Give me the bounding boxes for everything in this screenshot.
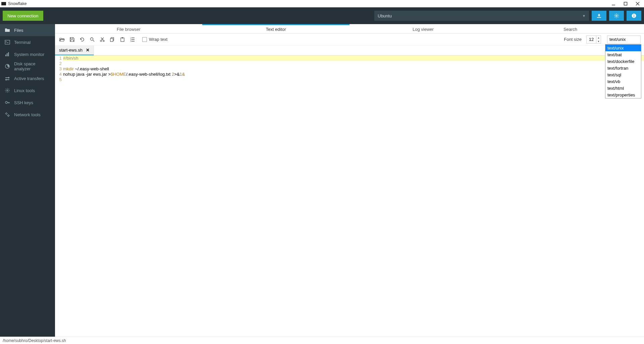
svg-point-13 bbox=[7, 90, 8, 91]
syntax-option[interactable]: text/dockerfile bbox=[605, 58, 641, 65]
titlebar: Snowflake bbox=[0, 0, 644, 7]
sidebar-item-label: Files bbox=[14, 28, 23, 33]
svg-rect-11 bbox=[8, 52, 9, 56]
checkbox-icon bbox=[142, 37, 147, 42]
tab-log-viewer[interactable]: Log viewer bbox=[350, 24, 497, 33]
line-number: 4 bbox=[55, 72, 62, 77]
svg-rect-1 bbox=[624, 2, 627, 5]
terminal-icon bbox=[5, 40, 10, 45]
code-line[interactable] bbox=[63, 61, 644, 66]
svg-rect-23 bbox=[121, 38, 124, 42]
maximize-button[interactable] bbox=[623, 1, 628, 6]
sidebar-item-label: Network tools bbox=[14, 112, 41, 117]
spinner-up-icon[interactable]: ▲ bbox=[596, 36, 601, 40]
code-line[interactable]: nohup java -jar ews.jar >$HOME/.easy-web… bbox=[63, 72, 644, 77]
line-number: 1 bbox=[55, 56, 62, 61]
sidebar-item-label: Active transfers bbox=[14, 76, 44, 81]
syntax-dropdown[interactable]: text/unixtext/battext/dockerfiletext/for… bbox=[605, 44, 641, 98]
svg-rect-22 bbox=[110, 39, 113, 42]
chevron-down-icon: ▼ bbox=[582, 14, 586, 18]
cut-button[interactable] bbox=[99, 36, 106, 43]
file-tab[interactable]: start-ews.sh ✕ bbox=[55, 45, 94, 55]
font-size-value: 12 bbox=[587, 37, 596, 42]
maximize-icon bbox=[624, 2, 628, 6]
settings-button[interactable] bbox=[609, 11, 624, 21]
sidebar: Files Terminal System monitor Disk space… bbox=[0, 24, 55, 337]
svg-point-19 bbox=[100, 40, 102, 42]
line-number: 2 bbox=[55, 61, 62, 66]
svg-point-4 bbox=[616, 15, 617, 16]
find-button[interactable] bbox=[89, 36, 96, 43]
syntax-option[interactable]: text/html bbox=[605, 85, 641, 91]
tab-search[interactable]: Search bbox=[497, 24, 644, 33]
header: New connection Ubuntu ▼ bbox=[0, 7, 644, 24]
syntax-option[interactable]: text/vb bbox=[605, 78, 641, 85]
close-icon bbox=[636, 2, 640, 6]
cut-icon bbox=[100, 37, 105, 42]
paste-icon bbox=[120, 37, 125, 42]
transfer-icon bbox=[5, 76, 10, 81]
sidebar-item-system-monitor[interactable]: System monitor bbox=[0, 48, 55, 60]
reload-button[interactable] bbox=[78, 36, 86, 43]
svg-rect-9 bbox=[5, 55, 6, 56]
copy-button[interactable] bbox=[109, 36, 116, 43]
syntax-option[interactable]: text/properties bbox=[605, 91, 641, 98]
upload-button[interactable] bbox=[592, 11, 606, 21]
svg-point-14 bbox=[5, 101, 7, 104]
syntax-option[interactable]: text/unix bbox=[605, 45, 641, 51]
svg-point-15 bbox=[6, 113, 7, 114]
syntax-select[interactable]: text/unix bbox=[607, 36, 641, 44]
copy-icon bbox=[110, 37, 115, 42]
code-line[interactable] bbox=[63, 77, 644, 82]
sidebar-item-terminal[interactable]: Terminal bbox=[0, 36, 55, 48]
key-icon bbox=[5, 100, 10, 105]
app-title: Snowflake bbox=[8, 1, 611, 6]
pie-chart-icon bbox=[5, 64, 10, 69]
syntax-select-value: text/unix bbox=[609, 37, 626, 42]
spinner-down-icon[interactable]: ▼ bbox=[596, 40, 601, 43]
syntax-option[interactable]: text/bat bbox=[605, 51, 641, 58]
app-icon bbox=[1, 2, 6, 5]
svg-rect-7 bbox=[634, 15, 634, 17]
sidebar-item-linux-tools[interactable]: Linux tools bbox=[0, 84, 55, 96]
syntax-option[interactable]: text/fortran bbox=[605, 65, 641, 71]
font-size-spinner[interactable]: 12 ▲ ▼ bbox=[586, 36, 601, 44]
gear-icon bbox=[614, 13, 619, 18]
sidebar-item-active-transfers[interactable]: Active transfers bbox=[0, 72, 55, 84]
main: Files Terminal System monitor Disk space… bbox=[0, 24, 644, 337]
code-line[interactable]: mkdir ~/.easy-web-shell bbox=[63, 66, 644, 72]
save-icon bbox=[69, 37, 75, 42]
save-button[interactable] bbox=[68, 36, 76, 43]
code-line[interactable]: #/bin/sh bbox=[63, 56, 644, 61]
editor-toolbar: 123 Wrap text Font size 12 ▲ ▼ text/unix bbox=[55, 33, 644, 46]
folder-icon bbox=[5, 27, 10, 33]
sidebar-item-network-tools[interactable]: Network tools bbox=[0, 109, 55, 121]
connection-select[interactable]: Ubuntu ▼ bbox=[374, 11, 589, 21]
wrap-text-checkbox[interactable]: Wrap text bbox=[142, 37, 167, 42]
sidebar-item-files[interactable]: Files bbox=[0, 24, 55, 36]
editor[interactable]: 12345 #/bin/shmkdir ~/.easy-web-shellnoh… bbox=[55, 56, 644, 337]
svg-rect-24 bbox=[122, 37, 123, 38]
tab-file-browser[interactable]: File browser bbox=[55, 24, 202, 33]
paste-button[interactable] bbox=[119, 36, 126, 43]
info-button[interactable] bbox=[627, 11, 641, 21]
status-bar: /home/subhro/Desktop/start-ews.sh bbox=[0, 337, 644, 344]
syntax-option[interactable]: text/sql bbox=[605, 71, 641, 78]
open-button[interactable] bbox=[58, 36, 66, 43]
list-icon: 123 bbox=[130, 37, 135, 42]
tab-text-editor[interactable]: Text editor bbox=[202, 24, 350, 33]
close-button[interactable] bbox=[635, 1, 640, 6]
sidebar-item-label: System monitor bbox=[14, 52, 44, 57]
file-tab-close-icon[interactable]: ✕ bbox=[86, 48, 90, 53]
svg-point-20 bbox=[103, 40, 104, 42]
minimize-button[interactable] bbox=[611, 1, 616, 6]
font-size-label: Font size bbox=[564, 37, 582, 42]
folder-open-icon bbox=[59, 37, 65, 42]
bar-chart-icon bbox=[5, 52, 10, 57]
code-area[interactable]: #/bin/shmkdir ~/.easy-web-shellnohup jav… bbox=[63, 56, 644, 337]
new-connection-button[interactable]: New connection bbox=[3, 11, 43, 21]
goto-line-button[interactable]: 123 bbox=[129, 36, 136, 43]
minimize-icon bbox=[611, 2, 615, 6]
sidebar-item-disk-space[interactable]: Disk space analyzer bbox=[0, 60, 55, 72]
sidebar-item-ssh-keys[interactable]: SSH keys bbox=[0, 96, 55, 109]
